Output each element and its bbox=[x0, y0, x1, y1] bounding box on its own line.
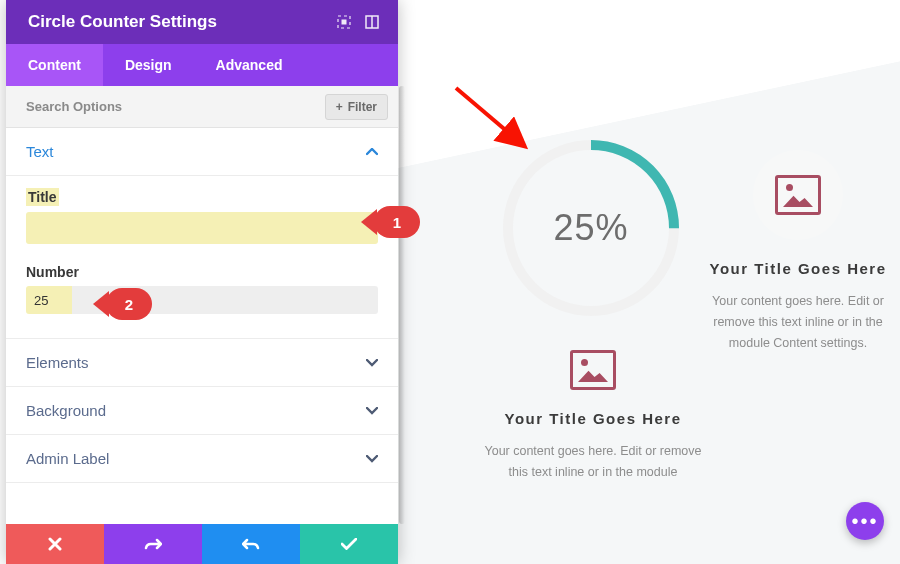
section-text-body: Title Number bbox=[6, 176, 398, 339]
search-row: Search Options + Filter bbox=[6, 86, 398, 128]
tab-advanced[interactable]: Advanced bbox=[194, 44, 305, 86]
chevron-down-icon bbox=[366, 403, 378, 418]
save-button[interactable] bbox=[300, 524, 398, 564]
image-placeholder-icon bbox=[775, 175, 821, 215]
undo-button[interactable] bbox=[104, 524, 202, 564]
chevron-up-icon bbox=[366, 144, 378, 159]
blurb-body: Your content goes here. Edit or remove t… bbox=[483, 441, 703, 484]
number-field-label: Number bbox=[26, 264, 378, 280]
expand-icon[interactable] bbox=[330, 8, 358, 36]
blurb-title: Your Title Goes Here bbox=[698, 258, 898, 281]
snap-icon[interactable] bbox=[358, 8, 386, 36]
settings-panel: Circle Counter Settings Content Design A… bbox=[6, 0, 398, 564]
panel-shadow bbox=[399, 86, 405, 524]
filter-button[interactable]: + Filter bbox=[325, 94, 388, 120]
blurb-module[interactable]: Your Title Goes Here Your content goes h… bbox=[698, 150, 898, 354]
circle-value: 25% bbox=[503, 140, 679, 316]
circle-counter-module[interactable]: 25% bbox=[503, 140, 679, 316]
title-input[interactable] bbox=[26, 212, 378, 244]
chevron-down-icon bbox=[366, 451, 378, 466]
cancel-button[interactable] bbox=[6, 524, 104, 564]
chevron-down-icon bbox=[366, 355, 378, 370]
panel-header: Circle Counter Settings bbox=[6, 0, 398, 44]
annotation-badge-1: 1 bbox=[374, 206, 420, 238]
filter-label: Filter bbox=[348, 100, 377, 114]
section-admin-label-header[interactable]: Admin Label bbox=[6, 435, 398, 483]
section-background-header[interactable]: Background bbox=[6, 387, 398, 435]
section-admin-label: Admin Label bbox=[26, 450, 366, 467]
dots-icon: ••• bbox=[851, 510, 878, 533]
plus-icon: + bbox=[336, 100, 343, 114]
section-text-header[interactable]: Text bbox=[6, 128, 398, 176]
redo-button[interactable] bbox=[202, 524, 300, 564]
page-settings-fab[interactable]: ••• bbox=[846, 502, 884, 540]
svg-line-5 bbox=[456, 88, 522, 144]
number-input[interactable] bbox=[26, 286, 378, 314]
blurb-module[interactable]: Your Title Goes Here Your content goes h… bbox=[483, 350, 703, 483]
annotation-badge-2: 2 bbox=[106, 288, 152, 320]
section-elements-header[interactable]: Elements bbox=[6, 339, 398, 387]
blurb-body: Your content goes here. Edit or remove t… bbox=[698, 291, 898, 355]
annotation-arrow bbox=[450, 82, 540, 162]
bottom-action-bar bbox=[6, 524, 398, 564]
section-elements-label: Elements bbox=[26, 354, 366, 371]
tab-design[interactable]: Design bbox=[103, 44, 194, 86]
section-text-label: Text bbox=[26, 143, 366, 160]
blurb-image-circle bbox=[753, 150, 843, 240]
title-field-label: Title bbox=[26, 188, 59, 206]
svg-rect-1 bbox=[342, 20, 347, 25]
sections-scroll[interactable]: Text Title Number Elements Background bbox=[6, 128, 398, 524]
section-background-label: Background bbox=[26, 402, 366, 419]
image-placeholder-icon bbox=[570, 350, 616, 390]
panel-tabs: Content Design Advanced bbox=[6, 44, 398, 86]
panel-title: Circle Counter Settings bbox=[28, 12, 330, 32]
tab-content[interactable]: Content bbox=[6, 44, 103, 86]
search-input[interactable]: Search Options bbox=[26, 99, 325, 114]
blurb-title: Your Title Goes Here bbox=[483, 408, 703, 431]
